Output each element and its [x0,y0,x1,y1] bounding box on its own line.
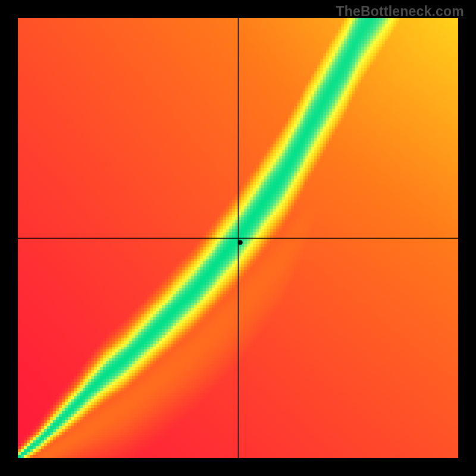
chart-frame: TheBottleneck.com [0,0,476,476]
bottleneck-heatmap [18,18,458,458]
watermark-text: TheBottleneck.com [336,4,464,20]
plot-area [18,18,458,458]
